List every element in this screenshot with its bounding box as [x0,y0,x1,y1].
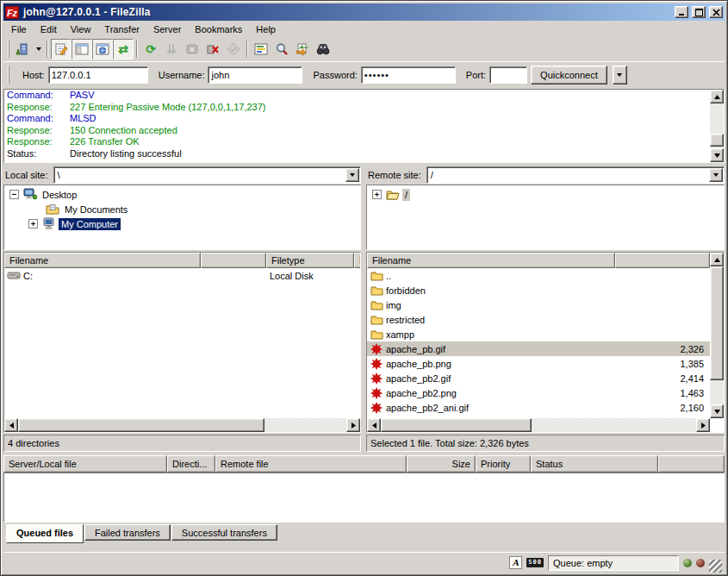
synchronized-browsing-button[interactable] [292,39,313,59]
scroll-left-icon[interactable] [367,418,381,432]
drive-icon [7,270,21,282]
refresh-button[interactable]: ⟳ [140,39,161,59]
menu-item[interactable]: Transfer [97,22,146,36]
quickconnect-grip[interactable] [8,66,9,84]
tree-item-desktop[interactable]: − Desktop [4,187,360,202]
local-list-hscrollbar[interactable] [4,418,360,432]
local-site-dropdown-button[interactable] [345,168,359,182]
queue-tab[interactable]: Failed transfers [84,524,171,541]
file-row[interactable]: apache_pb.gif 2,326 [367,341,710,356]
remote-list-vscrollbar[interactable] [710,253,724,418]
queue-tab[interactable]: Successful transfers [171,524,277,541]
log-scrollbar-thumb[interactable] [710,134,724,147]
process-queue-button[interactable]: ⇊ [161,39,182,59]
process-queue-icon: ⇊ [166,43,177,55]
close-button[interactable] [709,6,723,18]
local-site-combo[interactable]: \ [53,166,361,184]
toolbar-grip[interactable] [8,41,9,58]
quickconnect-dropdown-button[interactable] [613,66,627,85]
site-manager-button[interactable] [12,39,33,59]
file-row[interactable]: apache_pb2.gif 2,414 [367,371,710,385]
column-header[interactable]: Filetype [266,253,354,268]
toggle-message-log-button[interactable] [51,39,72,59]
queue-column-header[interactable]: Priority [476,455,531,473]
port-input[interactable] [489,66,527,84]
tree-item-my-computer[interactable]: + My Computer [4,216,360,231]
vscrollbar-thumb[interactable] [710,266,724,380]
maximize-button[interactable] [692,6,706,18]
scroll-right-icon[interactable] [346,418,360,432]
local-list-body: C: Local Disk [4,268,360,418]
filezilla-logo-icon: Fz [5,6,19,19]
column-header[interactable]: Filesize [615,253,710,268]
queue-tab[interactable]: Queued files [6,524,84,543]
scroll-right-icon[interactable] [696,418,710,432]
menu-item[interactable]: Edit [34,22,64,36]
toggle-local-tree-button[interactable] [72,39,92,59]
expand-icon[interactable]: + [28,219,38,229]
scroll-left-icon[interactable] [4,418,18,432]
menu-item[interactable]: Help [249,22,283,36]
queue-column-header[interactable]: Server/Local file [3,455,167,473]
toggle-transfer-queue-button[interactable]: ⇄ [113,39,134,59]
password-input[interactable] [361,66,456,84]
host-input[interactable] [48,66,148,84]
file-type: Local Disk [266,271,354,281]
scroll-down-icon[interactable] [710,148,724,162]
file-row[interactable]: restricted [367,312,710,327]
column-header[interactable]: Filename [367,253,615,268]
menu-item[interactable]: Bookmarks [188,22,249,36]
file-row[interactable]: apache_pb2.png 1,463 [367,385,710,400]
menu-item[interactable]: File [4,22,34,36]
queue-column-header[interactable]: Remote file [215,455,407,473]
hscrollbar-thumb[interactable] [381,418,532,432]
file-name: .. [386,271,391,281]
menu-item[interactable]: View [64,22,98,36]
remote-list-hscrollbar[interactable] [367,418,710,432]
column-header[interactable]: Filesize [201,253,266,268]
column-header[interactable]: Filename [4,253,201,268]
file-row[interactable]: apache_pb2_ani.gif 2,160 [367,400,710,415]
tree-item-root[interactable]: + / [367,187,724,202]
directory-comparison-button[interactable] [313,39,333,59]
tree-item-my-documents[interactable]: My Documents [4,202,360,216]
log-scrollbar[interactable] [710,90,724,162]
site-manager-dropdown-button[interactable] [33,39,44,59]
queue-column-header[interactable]: Status [531,455,658,473]
log-line-text: MLSD [70,113,96,125]
toggle-remote-tree-button[interactable] [92,39,113,59]
window-resize-grip[interactable] [709,560,722,573]
file-search-button[interactable] [271,39,292,59]
cancel-icon [185,42,199,56]
menu-item[interactable]: Server [146,22,188,36]
hscrollbar-thumb[interactable] [18,418,264,432]
file-row[interactable]: C: Local Disk [4,268,360,283]
scroll-up-icon[interactable] [710,253,724,266]
binoculars-icon [316,42,330,56]
local-site-path[interactable]: \ [54,170,345,180]
scroll-down-icon[interactable] [710,404,724,418]
file-row[interactable]: forbidden [367,283,710,297]
file-row[interactable]: xampp [367,327,710,341]
expand-icon[interactable]: + [372,190,382,199]
file-row[interactable]: apache_pb.png 1,385 [367,356,710,371]
disconnect-button[interactable] [202,39,223,59]
column-header-label: Filename [9,255,201,266]
file-row[interactable]: img [367,297,710,312]
reconnect-button[interactable] [223,39,244,59]
remote-site-path[interactable]: / [427,170,709,180]
queue-column-header[interactable]: Size [407,455,476,473]
collapse-icon[interactable]: − [9,190,19,199]
queue-column-header[interactable]: Directi... [167,455,215,473]
remote-site-dropdown-button[interactable] [709,168,723,182]
directory-listing-filter-button[interactable] [251,39,271,59]
minimize-button[interactable] [675,6,688,18]
file-row[interactable]: .. [367,268,710,283]
cancel-operation-button[interactable] [182,39,202,59]
close-icon [712,9,720,16]
scroll-up-icon[interactable] [710,90,724,103]
username-input[interactable] [208,66,302,84]
remote-site-combo[interactable]: / [426,166,725,184]
quickconnect-button[interactable]: Quickconnect [531,66,607,85]
column-header[interactable]: L [354,253,361,268]
